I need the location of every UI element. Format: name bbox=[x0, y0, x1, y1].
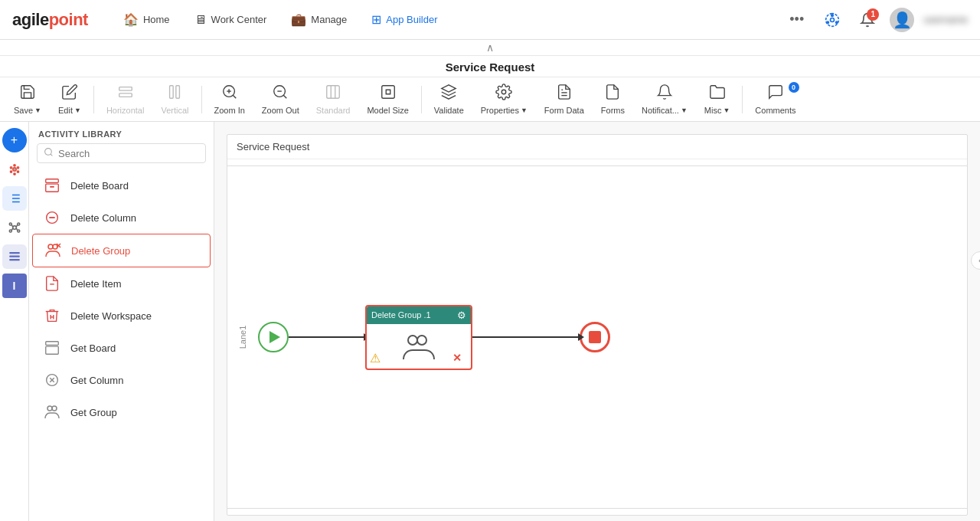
task-title: Delete Group .1 bbox=[371, 310, 431, 319]
activity-library-title: ACTIVITY LIBRARY bbox=[29, 122, 214, 143]
svg-rect-15 bbox=[327, 86, 340, 99]
zoomout-icon bbox=[272, 84, 289, 104]
zoomin-label: Zoom In bbox=[214, 106, 245, 115]
svg-rect-50 bbox=[46, 184, 59, 192]
delete-column-icon bbox=[41, 207, 63, 228]
toolbar: Save ▼ Edit ▼ Horizontal bbox=[0, 77, 980, 122]
icon-strip: + bbox=[0, 122, 29, 521]
activity-item-get-board[interactable]: Get Board bbox=[32, 332, 211, 364]
svg-point-23 bbox=[17, 167, 18, 169]
modelsize-icon bbox=[380, 84, 397, 104]
flow-elements: Delete Group .1 ⚙ ⚠ ✕ bbox=[258, 159, 967, 515]
properties-button[interactable]: Properties ▼ bbox=[473, 80, 535, 118]
edit-icon bbox=[61, 84, 78, 104]
svg-rect-61 bbox=[46, 346, 59, 354]
comments-badge: 0 bbox=[789, 82, 799, 93]
add-button[interactable]: + bbox=[2, 128, 27, 152]
task-gear-icon[interactable]: ⚙ bbox=[457, 310, 466, 321]
nodes-icon-btn[interactable] bbox=[2, 215, 27, 240]
activity-item-delete-column[interactable]: Delete Column bbox=[32, 202, 211, 234]
canvas-content[interactable]: Lane1 Delete Group .1 ⚙ bbox=[227, 159, 967, 515]
activity-item-get-group[interactable]: Get Group bbox=[32, 396, 211, 428]
svg-rect-18 bbox=[381, 86, 394, 99]
task-header: Delete Group .1 ⚙ bbox=[367, 306, 471, 324]
palette-icon-btn[interactable] bbox=[2, 157, 27, 182]
standard-button[interactable]: Standard bbox=[309, 80, 358, 118]
search-input[interactable] bbox=[58, 148, 199, 159]
delete-board-icon bbox=[41, 175, 63, 196]
svg-rect-4 bbox=[119, 87, 132, 91]
nav-item-home[interactable]: 🏠 Home bbox=[113, 8, 181, 31]
notifications-label: Notificat... bbox=[642, 106, 679, 115]
horizontal-button[interactable]: Horizontal bbox=[99, 80, 152, 118]
svg-point-54 bbox=[48, 244, 53, 249]
save-button[interactable]: Save ▼ bbox=[6, 80, 49, 118]
list-icon-btn[interactable] bbox=[2, 186, 27, 211]
nav-item-workcenter[interactable]: 🖥 Work Center bbox=[184, 8, 278, 31]
save-label: Save bbox=[14, 106, 33, 115]
vertical-button[interactable]: Vertical bbox=[153, 80, 196, 118]
logo[interactable]: agilepoint bbox=[12, 10, 88, 30]
collapse-button[interactable]: ∧ bbox=[474, 41, 506, 54]
nav-item-appbuilder[interactable]: ⊞ App Builder bbox=[361, 8, 448, 31]
network-icon-btn[interactable] bbox=[819, 7, 845, 33]
forms-label: Forms bbox=[601, 106, 625, 115]
task-x-icon: ✕ bbox=[452, 352, 462, 364]
misc-icon bbox=[709, 84, 726, 104]
svg-point-22 bbox=[13, 165, 15, 166]
delete-group-label: Delete Group bbox=[71, 245, 130, 257]
sep4 bbox=[742, 86, 743, 113]
get-column-icon bbox=[41, 369, 63, 391]
more-button[interactable]: ••• bbox=[783, 8, 810, 31]
svg-line-40 bbox=[11, 224, 13, 227]
comments-button[interactable]: Comments 0 bbox=[747, 80, 803, 118]
validate-button[interactable]: Validate bbox=[426, 80, 472, 118]
delete-group-icon bbox=[42, 240, 64, 261]
get-board-icon bbox=[41, 337, 63, 359]
comments-label: Comments bbox=[755, 106, 795, 115]
forms-button[interactable]: Forms bbox=[593, 80, 632, 118]
zoomin-button[interactable]: Zoom In bbox=[207, 80, 253, 118]
activity-item-get-column[interactable]: Get Column bbox=[32, 364, 211, 396]
svg-rect-5 bbox=[119, 93, 132, 97]
nav-item-manage[interactable]: 💼 Manage bbox=[280, 8, 358, 31]
misc-label: Misc bbox=[704, 106, 722, 115]
svg-rect-45 bbox=[9, 256, 20, 257]
nav-home-label: Home bbox=[143, 14, 170, 25]
end-node[interactable] bbox=[580, 322, 610, 352]
notification-btn[interactable]: 1 bbox=[854, 7, 880, 33]
vertical-icon bbox=[166, 84, 183, 104]
zoomout-button[interactable]: Zoom Out bbox=[254, 80, 307, 118]
start-node[interactable] bbox=[258, 322, 289, 352]
main-layout: + bbox=[0, 122, 980, 521]
activity-item-delete-board[interactable]: Delete Board bbox=[32, 169, 211, 202]
user-avatar[interactable]: 👤 bbox=[890, 8, 914, 32]
comments-icon bbox=[767, 84, 784, 104]
get-group-icon bbox=[41, 401, 63, 423]
svg-point-47 bbox=[45, 149, 52, 156]
connector-2 bbox=[472, 336, 580, 338]
misc-button[interactable]: Misc ▼ bbox=[697, 80, 738, 118]
activity-item-delete-group[interactable]: Delete Group bbox=[32, 234, 211, 267]
code-icon-btn[interactable]: I bbox=[2, 274, 27, 298]
sep2 bbox=[201, 86, 202, 113]
nav-manage-label: Manage bbox=[311, 14, 347, 25]
canvas-area: Service Request Lane1 bbox=[214, 122, 980, 521]
svg-rect-49 bbox=[46, 179, 59, 183]
delete-workspace-icon bbox=[41, 305, 63, 326]
svg-point-24 bbox=[17, 171, 18, 172]
notifications-button[interactable]: Notificat... ▼ bbox=[634, 80, 695, 118]
zoomout-label: Zoom Out bbox=[262, 106, 299, 115]
activity-item-delete-item[interactable]: Delete Item bbox=[32, 267, 211, 300]
edit-arrow: ▼ bbox=[74, 106, 81, 114]
formdata-button[interactable]: Form Data bbox=[537, 80, 592, 118]
user-name: username bbox=[923, 14, 968, 25]
activity-item-delete-workspace[interactable]: Delete Workspace bbox=[32, 300, 211, 332]
svg-point-65 bbox=[47, 406, 52, 411]
delete-item-icon bbox=[41, 273, 63, 294]
activity-list: Delete Board Delete Column bbox=[29, 169, 214, 521]
menu-icon-btn[interactable] bbox=[2, 244, 27, 269]
edit-button[interactable]: Edit ▼ bbox=[51, 80, 89, 118]
modelsize-button[interactable]: Model Size bbox=[359, 80, 416, 118]
task-node-delete-group[interactable]: Delete Group .1 ⚙ ⚠ ✕ bbox=[365, 305, 472, 370]
